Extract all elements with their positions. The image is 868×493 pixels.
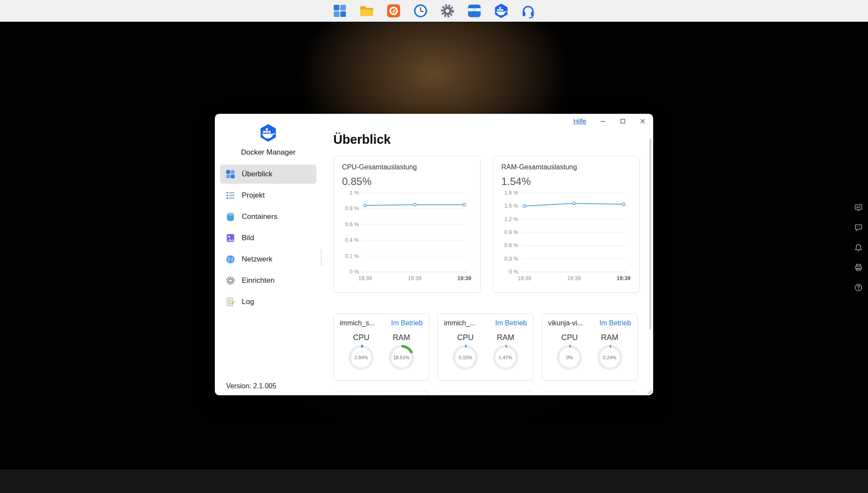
container-name: vikunja-vi... — [548, 319, 583, 327]
svg-text:0.6 %: 0.6 % — [504, 242, 518, 248]
chart-current-value: 0.85% — [342, 175, 472, 188]
sidebar-item-label: Überblick — [242, 170, 273, 179]
charts-row: CPU-Gesamtauslastung 0.85% 1 %0.8 %0.6 %… — [333, 156, 638, 293]
window-controls: Hilfe — [573, 117, 646, 125]
svg-text:0.2 %: 0.2 % — [345, 253, 359, 259]
gauge-label: RAM — [487, 333, 524, 342]
gauge-label: CPU — [342, 333, 380, 342]
chart-title: RAM-Gesamtauslastung — [501, 162, 631, 172]
window-scrollbar[interactable] — [649, 139, 651, 330]
container-status-badge: Im Betrieb — [495, 319, 527, 327]
container-cards-row: immich_s... Im Betrieb CPU 2.84% RAM — [333, 314, 638, 381]
gauge-label: CPU — [551, 333, 588, 342]
overview-grid-icon — [225, 169, 236, 179]
svg-text:1.8 %: 1.8 % — [504, 190, 518, 196]
ram-usage-card: RAM-Gesamtauslastung 1.54% 1.8 %1.5 %1.2… — [493, 156, 640, 293]
sidebar-item-label: Einrichten — [242, 276, 275, 285]
desktop-wallpaper-floor — [0, 470, 868, 493]
container-cylinder-icon — [225, 212, 236, 222]
chat-icon[interactable] — [854, 223, 863, 232]
sidebar-item-bild[interactable]: Bild — [220, 228, 316, 248]
print-icon[interactable] — [854, 263, 863, 272]
cpu-gauge-ring: 0% — [557, 345, 582, 370]
gear-icon — [225, 275, 236, 286]
svg-text:0.6 %: 0.6 % — [345, 222, 359, 228]
widgets-icon[interactable] — [854, 203, 863, 212]
close-button[interactable] — [639, 118, 646, 125]
image-icon — [225, 233, 236, 243]
cpu-gauge-ring: 2.84% — [349, 345, 374, 370]
sidebar: Docker Manager Überblick — [215, 114, 322, 395]
ram-gauge-ring: 0.24% — [597, 345, 622, 370]
cpu-gauge-ring: 0.15% — [453, 345, 478, 370]
sidebar-item-projekt[interactable]: Projekt — [220, 186, 316, 205]
sidebar-item-einrichten[interactable]: Einrichten — [220, 271, 316, 290]
sidebar-item-ueberblick[interactable]: Überblick — [220, 165, 316, 184]
maximize-button[interactable] — [619, 118, 626, 125]
svg-text:0 %: 0 % — [349, 269, 359, 275]
svg-text:0 %: 0 % — [509, 269, 518, 275]
cpu-usage-card: CPU-Gesamtauslastung 0.85% 1 %0.8 %0.6 %… — [333, 156, 480, 293]
svg-text:19:39: 19:39 — [518, 275, 531, 281]
docker-manager-window: Hilfe Docker Manager — [215, 114, 653, 395]
sidebar-item-label: Log — [242, 298, 254, 306]
ram-gauge-value: 18.51% — [391, 347, 411, 367]
container-cards-row-partial — [333, 391, 638, 395]
desktop: Hilfe Docker Manager — [0, 0, 868, 493]
settings-gear-icon[interactable] — [440, 3, 455, 19]
cpu-gauge: CPU 0.15% — [447, 333, 484, 370]
cpu-usage-chart: 1 %0.8 %0.6 %0.4 %0.2 %0 %19:3919:3919:3… — [342, 189, 472, 285]
app-launcher-icon[interactable] — [332, 3, 348, 19]
gauge-label: RAM — [591, 333, 628, 342]
network-globe-icon — [225, 254, 236, 265]
notifications-bell-icon[interactable] — [854, 243, 863, 252]
sidebar-item-containers[interactable]: Containers — [220, 207, 316, 226]
svg-text:0.8 %: 0.8 % — [345, 205, 359, 212]
ram-gauge-value: 0.24% — [600, 347, 620, 367]
svg-text:19:39: 19:39 — [408, 275, 421, 281]
sidebar-item-log[interactable]: Log — [220, 292, 316, 311]
sidebar-item-netzwerk[interactable]: Netzwerk — [220, 250, 316, 269]
svg-text:19:39: 19:39 — [457, 275, 471, 281]
ram-gauge-ring: 18.51% — [389, 345, 414, 370]
container-status-badge: Im Betrieb — [599, 319, 631, 327]
ram-gauge: RAM 18.51% — [383, 333, 420, 370]
sidebar-menu: Überblick Projekt — [220, 165, 316, 311]
page-title: Überblick — [333, 132, 638, 147]
desktop-side-panel — [854, 203, 863, 292]
file-manager-icon[interactable] — [359, 3, 375, 19]
photos-icon[interactable] — [386, 3, 401, 19]
container-name: immich_s... — [340, 319, 375, 327]
cpu-gauge-value: 0% — [559, 347, 579, 367]
docker-app-icon[interactable] — [493, 3, 509, 19]
help-link[interactable]: Hilfe — [573, 117, 586, 125]
cpu-gauge-value: 2.84% — [351, 347, 371, 367]
sidebar-item-label: Projekt — [242, 191, 265, 200]
svg-text:1 %: 1 % — [349, 190, 359, 196]
package-center-icon[interactable] — [467, 3, 482, 19]
ram-gauge-value: 1.47% — [496, 347, 516, 367]
minimize-button[interactable] — [599, 118, 606, 125]
project-list-icon — [225, 190, 236, 201]
container-status-badge: Im Betrieb — [391, 319, 423, 327]
gauge-label: RAM — [383, 333, 420, 342]
container-card-partial — [437, 391, 533, 395]
svg-text:19:39: 19:39 — [358, 275, 372, 281]
support-headset-icon[interactable] — [520, 3, 536, 19]
svg-text:0.9 %: 0.9 % — [504, 229, 518, 235]
app-title: Docker Manager — [220, 148, 316, 157]
svg-text:0.4 %: 0.4 % — [345, 237, 359, 243]
ram-gauge: RAM 0.24% — [591, 333, 628, 370]
sidebar-item-label: Bild — [242, 234, 254, 242]
container-card-partial — [542, 391, 638, 395]
cpu-gauge: CPU 2.84% — [342, 333, 380, 370]
ram-usage-chart: 1.8 %1.5 %1.2 %0.9 %0.6 %0.3 %0 %19:3919… — [501, 189, 631, 285]
clock-icon[interactable] — [413, 3, 428, 19]
log-document-icon — [225, 297, 236, 307]
help-icon[interactable] — [854, 283, 863, 292]
svg-text:19:39: 19:39 — [617, 275, 631, 281]
container-card: vikunja-vi... Im Betrieb CPU 0% RAM — [542, 314, 638, 381]
gauge-label: CPU — [447, 333, 484, 342]
sidebar-item-label: Containers — [242, 212, 277, 221]
ram-gauge-ring: 1.47% — [493, 345, 518, 370]
